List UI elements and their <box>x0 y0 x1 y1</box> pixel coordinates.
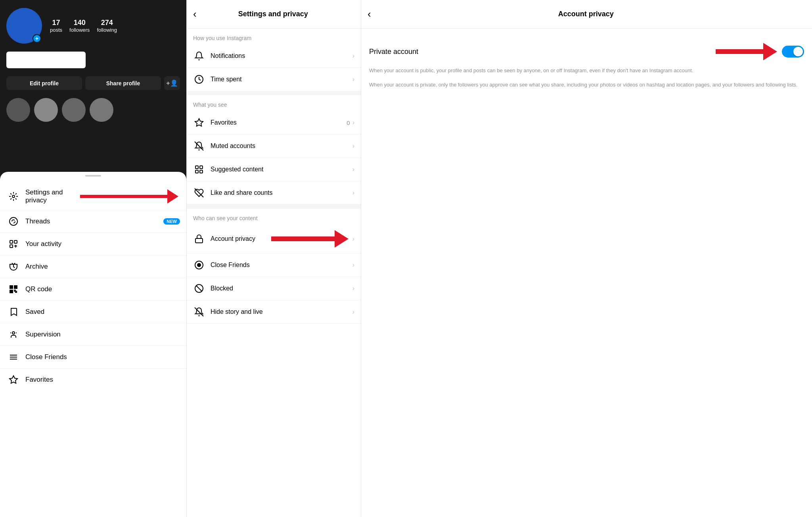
privacy-panel: ‹ Account privacy Private account When y… <box>361 0 812 517</box>
svg-line-27 <box>196 286 202 291</box>
menu-item-archive[interactable]: Archive <box>0 256 186 278</box>
settings-blocked[interactable]: Blocked › <box>187 277 361 300</box>
following-count: 274 <box>101 19 113 27</box>
muted-right: › <box>352 142 354 150</box>
divider-2 <box>187 205 361 209</box>
following-label: following <box>97 27 117 33</box>
qrcode-label: QR code <box>25 285 52 293</box>
settings-account-privacy[interactable]: Account privacy › <box>187 225 361 254</box>
svg-rect-1 <box>10 240 13 243</box>
threads-icon <box>8 216 19 227</box>
menu-item-activity[interactable]: Your activity <box>0 233 186 256</box>
followers-count: 140 <box>74 19 86 27</box>
time-spent-chevron: › <box>352 76 354 83</box>
like-share-label: Like and share counts <box>211 189 352 196</box>
followers-stat[interactable]: 140 followers <box>69 19 90 33</box>
profile-actions: Edit profile Share profile +👤 <box>0 72 186 94</box>
favorites-chevron: › <box>352 119 354 126</box>
svg-rect-20 <box>195 170 198 173</box>
add-friend-button[interactable]: +👤 <box>164 76 180 90</box>
favorites-settings-icon <box>193 117 205 129</box>
settings-header: ‹ Settings and privacy <box>187 0 361 29</box>
blocked-chevron: › <box>352 285 354 292</box>
blocked-label: Blocked <box>211 285 352 292</box>
suggested-chevron: › <box>352 166 354 173</box>
close-friends-right: › <box>352 261 354 269</box>
favorites-count: 0 <box>347 119 350 126</box>
section-who-can-see: Who can see your content <box>187 209 361 225</box>
settings-time-spent[interactable]: Time spent › <box>187 68 361 91</box>
bottom-sheet: Settings and privacy Threads NEW <box>0 172 186 517</box>
sheet-handle <box>85 175 101 177</box>
menu-item-qrcode[interactable]: QR code <box>0 278 186 301</box>
svg-rect-21 <box>200 170 203 173</box>
privacy-back-button[interactable]: ‹ <box>368 6 376 22</box>
settings-back-button[interactable]: ‹ <box>193 6 201 22</box>
svg-marker-16 <box>195 119 203 126</box>
svg-point-25 <box>197 263 201 267</box>
menu-item-closefriends[interactable]: Close Friends <box>0 346 186 369</box>
add-story-button[interactable]: + <box>33 34 41 43</box>
toggle-knob <box>793 47 803 56</box>
notifications-right: › <box>352 52 354 60</box>
story-circle-3[interactable] <box>62 98 86 122</box>
posts-count: 17 <box>52 19 60 27</box>
menu-item-favorites[interactable]: Favorites <box>0 369 186 391</box>
profile-header: + 17 posts 140 followers 274 following <box>0 0 186 48</box>
svg-rect-7 <box>11 286 12 288</box>
svg-point-0 <box>12 195 15 198</box>
settings-like-share[interactable]: Like and share counts › <box>187 181 361 205</box>
suggested-label: Suggested content <box>211 166 352 173</box>
like-share-icon <box>193 187 205 199</box>
account-privacy-chevron: › <box>352 235 354 242</box>
closefriends-label: Close Friends <box>25 353 67 361</box>
red-arrow-account-privacy <box>271 230 349 248</box>
story-row <box>0 94 186 126</box>
time-spent-icon <box>193 73 205 85</box>
story-circle-2[interactable] <box>34 98 58 122</box>
story-circle-4[interactable] <box>90 98 113 122</box>
privacy-desc-public: When your account is public, your profil… <box>369 67 804 75</box>
menu-item-supervision[interactable]: Supervision <box>0 323 186 346</box>
following-stat[interactable]: 274 following <box>97 19 117 33</box>
settings-suggested[interactable]: Suggested content › <box>187 158 361 181</box>
profile-stats: 17 posts 140 followers 274 following <box>50 19 117 33</box>
settings-notifications[interactable]: Notifications › <box>187 44 361 68</box>
settings-close-friends[interactable]: Close Friends › <box>187 254 361 277</box>
settings-hide-story[interactable]: Hide story and live › <box>187 300 361 324</box>
settings-muted[interactable]: Muted accounts › <box>187 135 361 158</box>
private-account-label: Private account <box>369 48 418 56</box>
share-profile-button[interactable]: Share profile <box>85 76 161 90</box>
private-account-toggle[interactable] <box>782 46 804 58</box>
hide-story-icon <box>193 306 205 318</box>
divider-1 <box>187 91 361 95</box>
qrcode-icon <box>8 284 19 295</box>
close-friends-label: Close Friends <box>211 261 352 269</box>
svg-rect-3 <box>10 245 13 248</box>
account-privacy-label: Account privacy <box>211 235 271 242</box>
close-friends-icon <box>193 259 205 271</box>
settings-panel: ‹ Settings and privacy How you use Insta… <box>186 0 361 517</box>
posts-label: posts <box>50 27 62 33</box>
muted-icon <box>193 140 205 152</box>
privacy-content: Private account When your account is pub… <box>361 29 812 103</box>
svg-line-28 <box>195 308 203 316</box>
menu-item-saved[interactable]: Saved <box>0 301 186 323</box>
supervision-label: Supervision <box>25 331 61 338</box>
settings-label: Settings and privacy <box>25 188 77 204</box>
hide-story-label: Hide story and live <box>211 308 352 315</box>
story-circle-1[interactable] <box>6 98 30 122</box>
menu-item-threads[interactable]: Threads NEW <box>0 210 186 233</box>
notifications-icon <box>193 50 205 62</box>
time-spent-label: Time spent <box>211 76 352 83</box>
settings-icon <box>8 191 19 202</box>
toggle-container <box>716 43 804 60</box>
followers-label: followers <box>69 27 90 33</box>
menu-item-settings[interactable]: Settings and privacy <box>0 183 186 210</box>
notifications-label: Notifications <box>211 52 352 60</box>
settings-favorites[interactable]: Favorites 0 › <box>187 111 361 135</box>
avatar: + <box>6 8 42 44</box>
edit-profile-button[interactable]: Edit profile <box>6 76 82 90</box>
close-friends-chevron: › <box>352 261 354 269</box>
posts-stat: 17 posts <box>50 19 62 33</box>
